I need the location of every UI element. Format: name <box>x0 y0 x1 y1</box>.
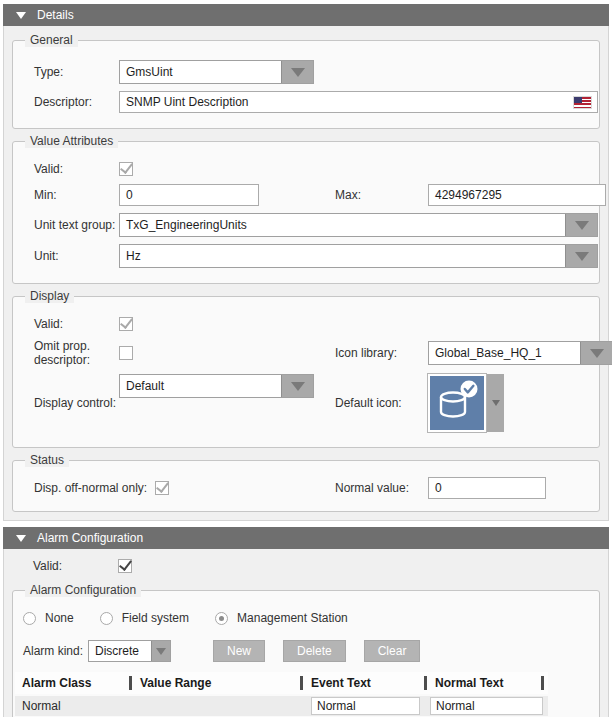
default-icon-dropdown-button[interactable] <box>487 374 504 432</box>
normal-value-pair: Normal value: 0 <box>335 480 546 496</box>
group-alarm-configuration: Alarm Configuration None Field system Ma… <box>12 590 600 717</box>
type-dropdown-value: GmsUint <box>120 61 281 83</box>
details-section-header[interactable]: Details <box>3 4 609 26</box>
radio-field-system[interactable]: Field system <box>100 611 189 625</box>
event-text-input[interactable]: Normal <box>311 697 420 715</box>
radio-field-system-circle[interactable] <box>100 612 113 625</box>
group-value-attributes-title: Value Attributes <box>25 134 118 148</box>
descriptor-row: Descriptor: SNMP Uint Description <box>34 91 599 113</box>
display-control-label: Display control: <box>34 396 119 410</box>
alarm-table: Alarm Class Value Range Event Text Norma… <box>15 672 548 717</box>
alarm-section-body: Valid: Alarm Configuration None Field sy… <box>3 549 609 717</box>
max-input[interactable]: 4294967295 <box>428 184 606 206</box>
radio-none-circle[interactable] <box>23 612 36 625</box>
icon-library-pair: Icon library: Global_Base_HQ_1 <box>335 339 612 367</box>
collapse-triangle-icon[interactable] <box>16 12 26 19</box>
unit-text-group-dropdown[interactable]: TxG_EngineeringUnits <box>119 213 598 237</box>
unit-dropdown[interactable]: Hz <box>119 244 598 268</box>
max-input-value: 4294967295 <box>435 188 502 202</box>
database-check-icon[interactable] <box>428 374 486 432</box>
new-button[interactable]: New <box>213 640 265 662</box>
alarm-kind-dropdown-button[interactable] <box>151 641 170 661</box>
unit-text-group-label: Unit text group: <box>34 218 119 232</box>
collapse-triangle-icon[interactable] <box>16 535 26 542</box>
chevron-down-icon <box>575 252 589 261</box>
radio-management-station-label: Management Station <box>237 611 348 625</box>
table-row-normal[interactable]: Normal Normal Normal <box>15 696 548 716</box>
radio-field-system-label: Field system <box>122 611 189 625</box>
value-range-cell <box>133 696 304 716</box>
us-flag-icon[interactable] <box>574 97 591 108</box>
min-input[interactable]: 0 <box>119 184 259 206</box>
alarm-valid-row: Valid: <box>33 558 604 574</box>
type-row: Type: GmsUint <box>34 60 599 84</box>
column-header-normal-text[interactable]: Normal Text <box>428 672 545 694</box>
unit-text-group-value: TxG_EngineeringUnits <box>120 214 565 236</box>
details-section: Details General Type: GmsUint Descriptor… <box>3 4 609 521</box>
group-display-title: Display <box>25 289 74 303</box>
alarm-valid-label: Valid: <box>33 559 118 573</box>
omit-descriptor-checkbox[interactable] <box>119 346 133 360</box>
normal-value-input[interactable]: 0 <box>428 477 546 499</box>
radio-management-station-circle[interactable] <box>215 612 228 625</box>
alarm-class-cell: Normal <box>15 696 133 716</box>
default-icon-picker[interactable] <box>428 374 504 432</box>
display-valid-checkbox[interactable] <box>119 317 133 331</box>
normal-text-input[interactable]: Normal <box>430 697 543 715</box>
group-value-attributes: Value Attributes Valid: Min: 0 Max: 4294… <box>12 141 600 284</box>
delete-button[interactable]: Delete <box>283 640 346 662</box>
alarm-valid-checkbox[interactable] <box>118 559 132 573</box>
radio-none[interactable]: None <box>23 611 74 625</box>
details-section-title: Details <box>37 8 74 22</box>
group-status: Status Disp. off-normal only: Normal val… <box>12 460 600 512</box>
chevron-down-icon <box>291 382 305 391</box>
group-general-title: General <box>25 33 78 47</box>
alarm-kind-row: Alarm kind: Discrete New Delete Clear <box>23 640 599 662</box>
min-input-value: 0 <box>126 188 133 202</box>
va-valid-checkbox[interactable] <box>119 162 133 176</box>
normal-value-label: Normal value: <box>335 481 428 495</box>
event-text-cell: Normal <box>304 696 428 716</box>
descriptor-label: Descriptor: <box>34 95 119 109</box>
display-control-row: Display control: Default Default icon: <box>34 374 599 432</box>
icon-library-dropdown[interactable]: Global_Base_HQ_1 <box>428 341 612 365</box>
alarm-source-radio-row: None Field system Management Station <box>23 610 599 626</box>
alarm-section-title: Alarm Configuration <box>37 531 143 545</box>
alarm-section-header[interactable]: Alarm Configuration <box>3 527 609 549</box>
type-dropdown[interactable]: GmsUint <box>119 60 314 84</box>
alarm-kind-value: Discrete <box>89 641 151 661</box>
descriptor-input[interactable]: SNMP Uint Description <box>119 91 598 113</box>
unit-text-group-row: Unit text group: TxG_EngineeringUnits <box>34 213 599 237</box>
unit-text-group-dropdown-button[interactable] <box>565 214 597 236</box>
disp-off-normal-label: Disp. off-normal only: <box>34 481 147 495</box>
alarm-kind-dropdown[interactable]: Discrete <box>88 640 171 662</box>
va-valid-label: Valid: <box>34 162 119 176</box>
column-header-alarm-class[interactable]: Alarm Class <box>15 672 133 694</box>
radio-management-station[interactable]: Management Station <box>215 611 348 625</box>
disp-off-normal-checkbox[interactable] <box>155 481 169 495</box>
display-control-dropdown[interactable]: Default <box>119 374 314 398</box>
type-label: Type: <box>34 65 119 79</box>
va-valid-row: Valid: <box>34 161 599 177</box>
unit-label: Unit: <box>34 249 119 263</box>
icon-library-dropdown-button[interactable] <box>580 342 612 364</box>
property-panel: Details General Type: GmsUint Descriptor… <box>0 0 612 717</box>
normal-value-input-value: 0 <box>435 481 442 495</box>
icon-library-value: Global_Base_HQ_1 <box>429 342 580 364</box>
unit-dropdown-value: Hz <box>120 245 565 267</box>
clear-button[interactable]: Clear <box>364 640 421 662</box>
icon-library-label: Icon library: <box>335 346 428 360</box>
chevron-down-icon <box>575 221 589 230</box>
column-header-value-range[interactable]: Value Range <box>133 672 304 694</box>
chevron-down-icon <box>156 648 166 655</box>
max-label: Max: <box>335 188 428 202</box>
unit-dropdown-button[interactable] <box>565 245 597 267</box>
column-header-event-text[interactable]: Event Text <box>304 672 428 694</box>
display-control-dropdown-button[interactable] <box>281 375 313 397</box>
min-label: Min: <box>34 188 119 202</box>
status-row: Disp. off-normal only: Normal value: 0 <box>34 480 599 496</box>
group-display: Display Valid: Omit prop. descriptor: Ic… <box>12 296 600 448</box>
display-valid-row: Valid: <box>34 316 599 332</box>
group-alarm-configuration-title: Alarm Configuration <box>25 583 141 597</box>
type-dropdown-button[interactable] <box>281 61 313 83</box>
